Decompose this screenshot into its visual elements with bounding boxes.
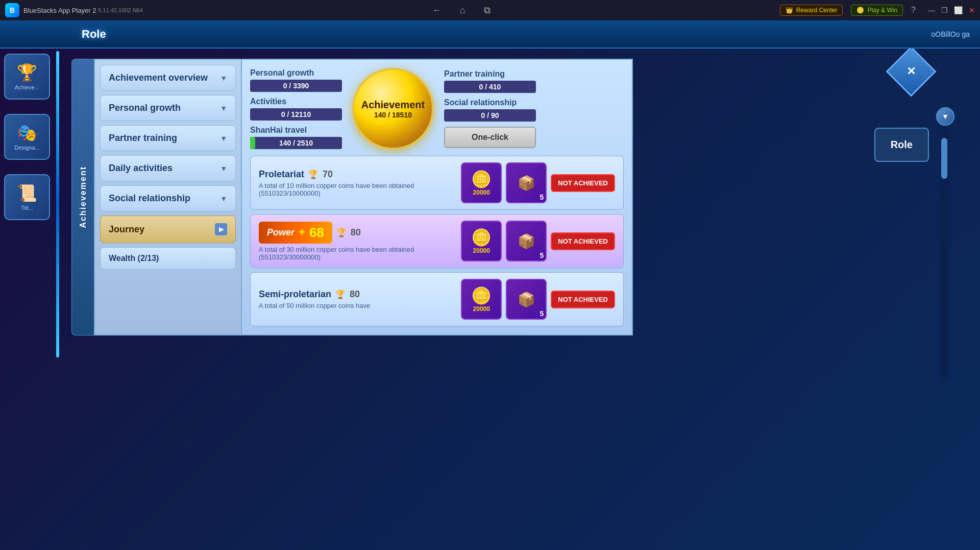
shanhai-bar-text: 140 / 2510: [279, 139, 313, 147]
social-relationship-label: Social relationship: [444, 98, 536, 107]
nav-copy[interactable]: ⧉: [480, 3, 495, 18]
coin-count-1: 20000: [473, 247, 490, 254]
partner-training-label: Partner training: [444, 69, 536, 79]
app-version: 5.11.42.1002 N64: [98, 7, 142, 13]
menu-overview-label: Achievement overview: [109, 73, 208, 83]
achievement-item-semi: Semi-proletarian 🏆 80 A total of 50 mill…: [250, 272, 624, 326]
coin-icon-1: 🪙: [471, 228, 492, 247]
not-achieved-btn-1[interactable]: NOT ACHIEVED: [551, 232, 615, 250]
menu-panel: Achievement overview ▼ Personal growth ▼…: [94, 59, 242, 336]
titlebar-right: 👑 Reward Center 🪙 Play & Win ? — ❐ ⬜ ✕: [780, 5, 975, 16]
username: oOBillOo ga: [932, 30, 970, 38]
medal-value: 140 / 18510: [374, 111, 412, 119]
power-numbers: 68: [309, 225, 324, 241]
menu-personal-label: Personal growth: [109, 103, 181, 113]
menu-daily-label: Daily activities: [109, 163, 173, 174]
titlebar-nav: ← ⌂ ⧉: [143, 3, 780, 18]
sidebar-item-title[interactable]: 📜 Titl...: [4, 174, 50, 220]
box-icon-1: 📦: [518, 233, 535, 250]
stats-left: Personal growth 0 / 3390 Activities 0 / …: [250, 68, 342, 149]
social-relationship-stat: Social relationship 0 / 90: [444, 98, 536, 122]
deco-diamond-icon: ✕: [906, 65, 916, 78]
restore-btn[interactable]: ❐: [941, 6, 948, 14]
menu-item-partner-training[interactable]: Partner training ▼: [100, 125, 236, 151]
scrollbar-thumb[interactable]: [941, 138, 947, 179]
designa-icon: 🎭: [17, 123, 37, 142]
achievement-info-power: Power + 68 🏆 80 A total of 30 million co…: [259, 222, 455, 261]
title-icon: 📜: [17, 183, 37, 203]
play-win-label: Play & Win: [867, 7, 897, 14]
sidebar-designa-label: Designa...: [14, 145, 40, 151]
menu-item-personal-growth[interactable]: Personal growth ▼: [100, 95, 236, 121]
menu-wealth-label: Wealth (2/13): [109, 254, 159, 263]
score-0: 70: [323, 169, 333, 180]
reward-center-btn[interactable]: 👑 Reward Center: [780, 5, 843, 16]
social-relationship-bar: 0 / 90: [444, 109, 536, 122]
nav-home[interactable]: ⌂: [456, 3, 470, 18]
help-icon[interactable]: ?: [911, 6, 916, 15]
coin-count-0: 20000: [473, 189, 490, 196]
achievement-item-power: Power + 68 🏆 80 A total of 30 million co…: [250, 214, 624, 268]
stats-top: Personal growth 0 / 3390 Activities 0 / …: [250, 68, 624, 150]
shanhai-bar-fill: [250, 137, 255, 149]
personal-growth-label: Personal growth: [250, 68, 342, 78]
nav-down-arrow[interactable]: ▼: [936, 107, 954, 126]
menu-partner-arrow: ▼: [220, 134, 227, 142]
coin-icon-0: 🪙: [471, 170, 492, 189]
menu-daily-arrow: ▼: [220, 164, 227, 173]
bluestacks-logo: B: [5, 3, 19, 17]
power-banner: Power + 68: [259, 222, 332, 244]
vertical-achievement-tab[interactable]: Achievement: [71, 59, 94, 336]
reward-box-2: 📦 5: [506, 279, 547, 320]
one-click-button[interactable]: One-click: [444, 127, 536, 148]
partner-training-bar: 0 / 410: [444, 81, 536, 93]
achievement-panel: Achievement Achievement overview ▼ Perso…: [71, 59, 633, 336]
maximize-btn[interactable]: ⬜: [954, 6, 963, 14]
not-achieved-btn-2[interactable]: NOT ACHIEVED: [551, 291, 615, 308]
app-name: BlueStacks App Player 2: [23, 7, 96, 14]
vertical-tab-label: Achievement: [79, 166, 88, 228]
titlebar: B BlueStacks App Player 2 5.11.42.1002 N…: [0, 0, 980, 20]
scrollbar-track: [940, 128, 948, 383]
menu-item-social[interactable]: Social relationship ▼: [100, 185, 236, 211]
achievement-name-semi: Semi-proletarian 🏆 80: [259, 289, 455, 300]
menu-item-overview[interactable]: Achievement overview ▼: [100, 65, 236, 91]
reward-coin-1: 🪙 20000: [461, 221, 502, 261]
achievement-name-power: Power + 68 🏆 80: [259, 222, 455, 244]
box-icon-2: 📦: [518, 291, 535, 308]
achievement-name-proletariat: Proletariat 🏆 70: [259, 169, 455, 180]
trophy-icon-0: 🏆: [308, 170, 318, 179]
not-achieved-btn-0[interactable]: NOT ACHIEVED: [551, 174, 615, 192]
nav-back[interactable]: ←: [428, 3, 446, 18]
achievement-desc-1: A total of 30 million copper coins have …: [259, 246, 455, 261]
reward-center-label: Reward Center: [796, 7, 838, 14]
main-content: Achievement Achievement overview ▼ Perso…: [61, 49, 949, 550]
shanhai-label: ShanHai travel: [250, 126, 342, 135]
trophy-icon-1: 🏆: [336, 228, 347, 237]
activities-label: Activities: [250, 97, 342, 106]
reward-coin-2: 🪙 20000: [461, 279, 502, 320]
achievement-item-proletariat: Proletariat 🏆 70 A total of 10 million c…: [250, 156, 624, 210]
achievement-desc-0: A total of 10 million copper coins have …: [259, 182, 455, 197]
achievement-list: Proletariat 🏆 70 A total of 10 million c…: [250, 156, 624, 326]
play-win-btn[interactable]: 🪙 Play & Win: [851, 5, 903, 16]
stats-right: Partner training 0 / 410 Social relation…: [444, 69, 536, 148]
power-label: Power: [267, 227, 295, 238]
menu-journey-arrow: ▶: [215, 223, 227, 235]
menu-item-daily-activities[interactable]: Daily activities ▼: [100, 155, 236, 181]
minimize-btn[interactable]: —: [928, 6, 935, 14]
menu-partner-label: Partner training: [109, 133, 177, 144]
close-btn[interactable]: ✕: [969, 6, 975, 14]
menu-overview-arrow: ▼: [220, 74, 227, 82]
partner-training-stat: Partner training 0 / 410: [444, 69, 536, 93]
sidebar-title-label: Titl...: [21, 205, 33, 211]
medal-title: Achievement: [361, 99, 425, 111]
sidebar-item-achievement[interactable]: 🏆 Achieve...: [4, 54, 50, 100]
coin-icon: 🪙: [856, 7, 864, 14]
menu-item-journey[interactable]: Journey ▶: [100, 216, 236, 243]
menu-item-wealth[interactable]: Wealth (2/13): [100, 247, 236, 270]
power-plus: +: [299, 226, 305, 239]
left-sidebar: 🏆 Achieve... 🎭 Designa... 📜 Titl...: [0, 49, 61, 225]
personal-growth-bar: 0 / 3390: [250, 80, 342, 92]
sidebar-item-designa[interactable]: 🎭 Designa...: [4, 114, 50, 160]
